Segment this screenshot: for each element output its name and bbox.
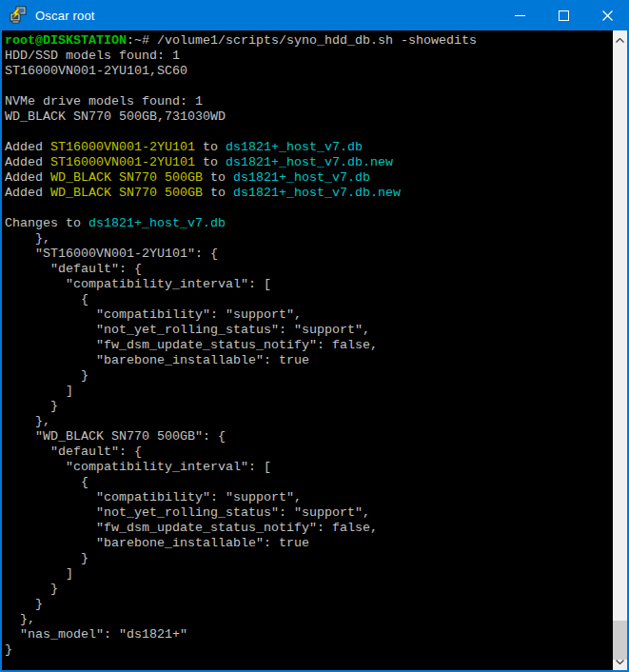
putty-terminal-icon[interactable] — [9, 6, 28, 25]
putty-window: Oscar root root@DISKSTATION:~# /volume1/… — [0, 0, 629, 672]
terminal-line: WD_BLACK SN770 500GB,731030WD — [5, 109, 613, 125]
terminal-text-segment: { — [5, 292, 88, 306]
terminal-line: "barebone_installable": true — [5, 536, 613, 551]
terminal-line: "compatibility_interval": [ — [5, 277, 613, 292]
terminal-text-segment: "barebone_installable": true — [5, 536, 309, 550]
terminal-text-segment: "compatibility_interval": [ — [5, 460, 271, 474]
chevron-up-icon — [616, 38, 624, 43]
terminal-line: "compatibility": "support", — [5, 490, 613, 505]
terminal-text-segment: ST16000VN001-2YU101 — [50, 155, 195, 169]
terminal-text-segment: ST16000VN001-2YU101 — [50, 140, 195, 154]
terminal-text-segment: NVMe drive models found: 1 — [5, 94, 203, 109]
titlebar[interactable]: Oscar root — [0, 0, 629, 30]
window-controls — [498, 0, 629, 30]
scroll-up-button[interactable] — [613, 32, 627, 48]
terminal-text-segment: } — [5, 399, 58, 413]
terminal-text-segment: Added — [5, 170, 50, 185]
terminal-line: ] — [5, 566, 613, 582]
terminal-line: "compatibility": "support", — [5, 307, 613, 323]
maximize-icon — [559, 10, 569, 21]
putty-terminal-icon-svg — [9, 6, 28, 25]
terminal-line: } — [5, 551, 613, 566]
terminal-text-segment: "barebone_installable": true — [5, 353, 309, 367]
terminal-text-segment: HDD/SSD models found: 1 — [5, 49, 180, 63]
terminal-text-segment: Added — [5, 186, 50, 200]
scroll-down-button[interactable] — [613, 654, 627, 669]
terminal-line: } — [5, 642, 613, 658]
terminal-text-segment: Changes to — [5, 216, 88, 230]
terminal-line: HDD/SSD models found: 1 — [5, 49, 613, 64]
terminal-text-segment: { — [5, 475, 88, 489]
terminal-text-segment: "nas_model": "ds1821+" — [5, 627, 187, 642]
terminal-line: "not_yet_rolling_status": "support", — [5, 323, 613, 338]
terminal-text-segment: Added — [5, 155, 50, 169]
maximize-button[interactable] — [541, 0, 585, 30]
terminal-line: "default": { — [5, 262, 613, 277]
terminal-text-segment: ] — [5, 384, 73, 398]
terminal-line: "nas_model": "ds1821+" — [5, 627, 613, 642]
terminal-text-segment: ds1821+_host_v7.db.new — [233, 186, 401, 200]
terminal-line: Added ST16000VN001-2YU101 to ds1821+_hos… — [5, 140, 613, 155]
terminal-text-segment: root@DISKSTATION — [5, 33, 127, 48]
terminal-line: } — [5, 368, 613, 384]
terminal-line: "WD_BLACK SN770 500GB": { — [5, 429, 613, 445]
terminal-line: "default": { — [5, 445, 613, 460]
terminal-line: NVMe drive models found: 1 — [5, 94, 613, 109]
terminal-output: root@DISKSTATION:~# /volume1/scripts/syn… — [2, 30, 613, 670]
terminal: root@DISKSTATION:~# /volume1/scripts/syn… — [2, 30, 627, 670]
terminal-text-segment: WD_BLACK SN770 500GB,731030WD — [5, 109, 226, 124]
terminal-text-segment: "fw_dsm_update_status_notify": false, — [5, 338, 378, 352]
terminal-text-segment: "compatibility": "support", — [5, 490, 302, 504]
scrollbar[interactable] — [613, 30, 627, 670]
terminal-line: "compatibility_interval": [ — [5, 460, 613, 475]
terminal-line — [5, 125, 613, 140]
terminal-text-segment: WD_BLACK SN770 500GB — [50, 170, 203, 185]
terminal-text-segment: ds1821+_host_v7.db.new — [226, 155, 393, 169]
terminal-line — [5, 201, 613, 216]
terminal-line: Added ST16000VN001-2YU101 to ds1821+_hos… — [5, 155, 613, 170]
terminal-line: Changes to ds1821+_host_v7.db — [5, 216, 613, 231]
terminal-line: } — [5, 399, 613, 414]
terminal-text-segment: }, — [5, 612, 35, 626]
terminal-text-segment: to — [203, 170, 233, 185]
terminal-line: } — [5, 582, 613, 597]
terminal-text-segment: }, — [5, 231, 50, 246]
terminal-text-segment: to — [203, 186, 233, 200]
terminal-text-segment: "fw_dsm_update_status_notify": false, — [5, 521, 378, 535]
terminal-line: root@DISKSTATION:~# /volume1/scripts/syn… — [5, 33, 613, 49]
terminal-text-segment: to — [195, 155, 226, 169]
terminal-text-segment: } — [5, 582, 58, 596]
terminal-line: Added WD_BLACK SN770 500GB to ds1821+_ho… — [5, 170, 613, 186]
terminal-line: Added WD_BLACK SN770 500GB to ds1821+_ho… — [5, 186, 613, 201]
terminal-line: ST16000VN001-2YU101,SC60 — [5, 64, 613, 79]
close-icon — [602, 10, 613, 21]
terminal-text-segment: "default": { — [5, 262, 142, 276]
terminal-line: { — [5, 475, 613, 490]
close-button[interactable] — [585, 0, 629, 30]
terminal-text-segment: to — [195, 140, 226, 154]
terminal-text-segment: "compatibility_interval": [ — [5, 277, 271, 291]
terminal-text-segment: "not_yet_rolling_status": "support", — [5, 323, 370, 337]
terminal-line: }, — [5, 414, 613, 429]
terminal-line: } — [5, 597, 613, 612]
terminal-text-segment: } — [5, 597, 43, 611]
terminal-text-segment: "not_yet_rolling_status": "support", — [5, 505, 370, 520]
minimize-button[interactable] — [498, 0, 541, 30]
terminal-line — [5, 79, 613, 94]
terminal-text-segment: ds1821+_host_v7.db — [88, 216, 226, 230]
terminal-text-segment: "compatibility": "support", — [5, 307, 302, 322]
terminal-text-segment: "WD_BLACK SN770 500GB": { — [5, 429, 226, 444]
terminal-text-segment: } — [5, 368, 88, 383]
terminal-text-segment: ] — [5, 566, 73, 581]
terminal-line: }, — [5, 612, 613, 627]
terminal-text-segment: ds1821+_host_v7.db — [233, 170, 370, 185]
terminal-text-segment: WD_BLACK SN770 500GB — [50, 186, 203, 200]
terminal-line: "barebone_installable": true — [5, 353, 613, 368]
terminal-text-segment: } — [5, 551, 88, 565]
chevron-down-icon — [616, 660, 624, 664]
minimize-icon — [515, 15, 525, 16]
terminal-line: "fw_dsm_update_status_notify": false, — [5, 521, 613, 536]
terminal-text-segment: }, — [5, 414, 50, 428]
terminal-text-segment: } — [5, 642, 12, 657]
terminal-line: ] — [5, 384, 613, 399]
